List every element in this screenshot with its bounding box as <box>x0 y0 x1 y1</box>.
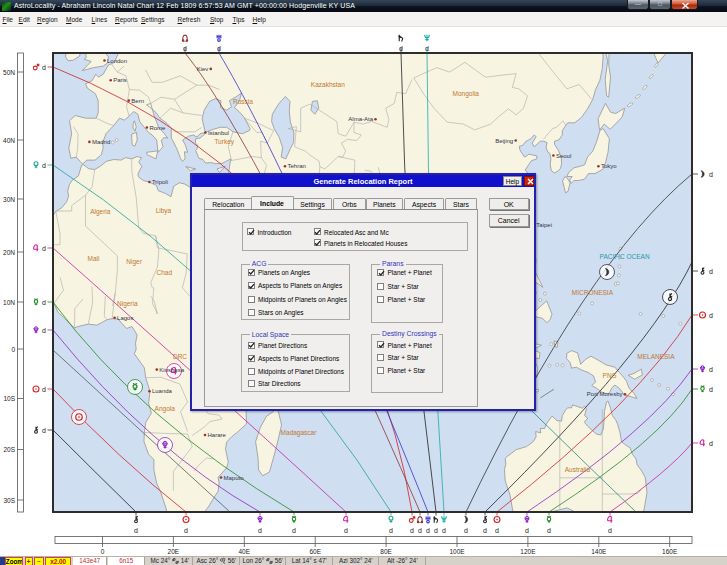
svg-text:Australia: Australia <box>565 466 591 473</box>
svg-text:d: d <box>42 427 46 434</box>
svg-text:Lagos: Lagos <box>117 315 133 321</box>
svg-text:140E: 140E <box>591 548 607 555</box>
svg-text:Kinshasa: Kinshasa <box>159 367 184 373</box>
svg-text:10N: 10N <box>3 299 15 306</box>
svg-text:0: 0 <box>101 548 105 555</box>
svg-text:d: d <box>389 527 393 534</box>
svg-text:Harare: Harare <box>208 432 227 438</box>
svg-text:d: d <box>134 527 138 534</box>
svg-text:Taipei: Taipei <box>536 222 552 228</box>
svg-text:d: d <box>418 527 422 534</box>
svg-text:d: d <box>183 45 187 52</box>
svg-text:d: d <box>42 64 46 71</box>
svg-text:20N: 20N <box>3 249 15 256</box>
svg-text:160E: 160E <box>662 548 678 555</box>
svg-text:London: London <box>107 58 127 64</box>
svg-text:d: d <box>709 440 713 447</box>
svg-text:Seoul: Seoul <box>556 153 571 159</box>
svg-text:Tokyo: Tokyo <box>601 163 617 169</box>
svg-text:d: d <box>410 527 414 534</box>
svg-text:50N: 50N <box>3 69 15 76</box>
svg-text:Madrid: Madrid <box>92 139 110 145</box>
svg-text:d: d <box>709 366 713 373</box>
svg-text:30S: 30S <box>3 497 15 504</box>
svg-text:Tehran: Tehran <box>288 163 306 169</box>
svg-text:d: d <box>426 527 430 534</box>
svg-text:DRC: DRC <box>173 353 187 360</box>
svg-text:d: d <box>399 45 403 52</box>
svg-text:d: d <box>442 527 446 534</box>
svg-text:PNG: PNG <box>603 372 617 379</box>
svg-text:80E: 80E <box>380 548 392 555</box>
svg-text:Libya: Libya <box>156 207 172 215</box>
svg-text:Kazakhstan: Kazakhstan <box>311 81 345 88</box>
svg-text:d: d <box>547 527 551 534</box>
svg-text:Mali: Mali <box>88 255 100 262</box>
svg-text:d: d <box>464 527 468 534</box>
svg-text:Bern: Bern <box>131 98 144 104</box>
svg-text:d: d <box>258 527 262 534</box>
svg-text:Algeria: Algeria <box>90 208 111 216</box>
svg-text:d: d <box>709 268 713 275</box>
svg-text:PACIFIC OCEAN: PACIFIC OCEAN <box>600 253 650 260</box>
svg-text:Kiev: Kiev <box>197 66 209 72</box>
svg-text:d: d <box>483 527 487 534</box>
svg-text:Beijing: Beijing <box>495 138 513 144</box>
svg-text:d: d <box>425 45 429 52</box>
svg-text:Alma-Ata: Alma-Ata <box>348 116 373 122</box>
svg-text:d: d <box>709 171 713 178</box>
svg-text:Angola: Angola <box>155 405 176 413</box>
svg-text:d: d <box>217 45 221 52</box>
svg-text:d: d <box>709 312 713 319</box>
svg-text:Madagascar: Madagascar <box>281 429 318 437</box>
svg-text:Istanbul: Istanbul <box>208 130 229 136</box>
svg-text:d: d <box>434 527 438 534</box>
svg-text:d: d <box>608 527 612 534</box>
svg-text:Paris: Paris <box>113 77 127 83</box>
svg-text:20E: 20E <box>168 548 180 555</box>
svg-text:MICRONESIA: MICRONESIA <box>572 289 614 296</box>
svg-text:d: d <box>42 386 46 393</box>
svg-text:Niger: Niger <box>126 258 142 266</box>
svg-text:d: d <box>42 327 46 334</box>
svg-text:Turkey: Turkey <box>214 138 234 146</box>
svg-text:MELANESIA: MELANESIA <box>637 353 675 360</box>
svg-text:Mongolia: Mongolia <box>453 90 480 98</box>
svg-text:Tripoli: Tripoli <box>152 179 168 185</box>
svg-text:20S: 20S <box>3 446 15 453</box>
svg-text:d: d <box>525 527 529 534</box>
svg-text:10S: 10S <box>3 395 15 402</box>
svg-text:d: d <box>709 386 713 393</box>
svg-text:Port Moresby: Port Moresby <box>587 391 623 397</box>
svg-text:Rome: Rome <box>149 125 166 131</box>
svg-text:d: d <box>292 527 296 534</box>
svg-text:d: d <box>42 162 46 169</box>
svg-text:Nigeria: Nigeria <box>117 300 138 308</box>
svg-text:d: d <box>344 527 348 534</box>
svg-text:Chad: Chad <box>157 269 173 276</box>
svg-text:d: d <box>184 527 188 534</box>
svg-text:d: d <box>42 245 46 252</box>
svg-text:d: d <box>42 299 46 306</box>
svg-text:60E: 60E <box>309 548 321 555</box>
svg-text:30N: 30N <box>3 196 15 203</box>
svg-text:Luanda: Luanda <box>152 388 173 394</box>
svg-text:Russia: Russia <box>233 98 253 105</box>
svg-text:120E: 120E <box>520 548 536 555</box>
svg-text:0: 0 <box>11 346 15 353</box>
svg-text:d: d <box>495 527 499 534</box>
svg-text:40N: 40N <box>3 137 15 144</box>
svg-text:100E: 100E <box>449 548 465 555</box>
svg-text:40E: 40E <box>239 548 251 555</box>
svg-text:Maputo: Maputo <box>224 475 245 481</box>
